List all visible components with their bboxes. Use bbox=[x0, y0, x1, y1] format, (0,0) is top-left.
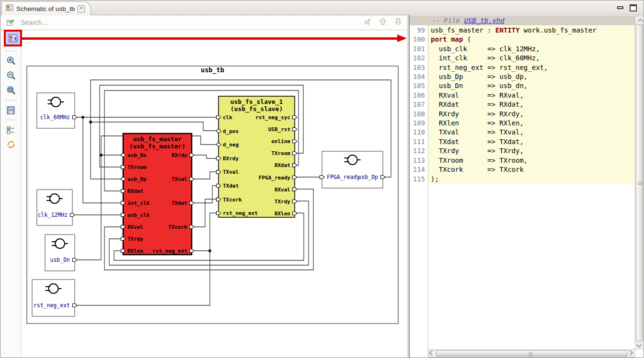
block-usb_fs_master[interactable]: usb_fs_master(usb_fs_master)usb_DnTXroom… bbox=[121, 134, 194, 255]
schematic-label: (usb_fs_slave) bbox=[230, 105, 283, 113]
oscillator-icon bbox=[49, 284, 58, 293]
code-line[interactable]: TXval => TXval, bbox=[428, 128, 635, 137]
horizontal-scroll-thumb[interactable] bbox=[436, 350, 627, 357]
code-line[interactable]: usb_clk => clk_12MHz, bbox=[428, 45, 635, 54]
schematic-tool-rail bbox=[0, 30, 22, 358]
schematic-label: rst_neg_syc bbox=[255, 114, 290, 121]
code-line[interactable]: TXrdy => TXrdy, bbox=[428, 146, 635, 156]
schematic-label: d_pos bbox=[223, 128, 239, 134]
block-rst_neg_ext[interactable]: rst_neg_ext bbox=[32, 280, 77, 316]
line-number: 107 bbox=[410, 100, 425, 109]
vertical-scrollbar[interactable] bbox=[635, 16, 644, 349]
schematic-label: RXdat bbox=[127, 188, 143, 194]
horizontal-scrollbar[interactable] bbox=[428, 349, 635, 358]
schematic-label: usb_Dp bbox=[127, 176, 147, 182]
file-link[interactable]: USB_tb.vhd bbox=[464, 17, 504, 24]
thumb-grip bbox=[529, 352, 532, 356]
tab-bar: Schematic of usb_tb ✕ bbox=[0, 0, 644, 15]
schematic-label: TXroom bbox=[127, 164, 147, 170]
schematic-label: TXrdy bbox=[127, 236, 143, 242]
clear-broom-icon[interactable] bbox=[363, 17, 372, 28]
line-number: 115 bbox=[410, 175, 425, 184]
code-line[interactable]: usb_fs_master : ENTITY work.usb_fs_maste… bbox=[428, 26, 635, 35]
code-line[interactable]: ); bbox=[428, 175, 635, 184]
block-FPGA_ready[interactable]: FPGA_readyusb_Dp bbox=[320, 151, 385, 188]
save-button[interactable] bbox=[4, 104, 18, 116]
schematic-label: TXval bbox=[223, 169, 239, 175]
minimize-view-icon[interactable] bbox=[617, 6, 623, 9]
arrow-up-icon[interactable] bbox=[378, 17, 388, 28]
zoom-out-button[interactable] bbox=[4, 69, 18, 82]
file-comment-prefix: -- File bbox=[432, 17, 464, 24]
schematic-label: RXval bbox=[127, 224, 143, 230]
tab-schematic[interactable]: Schematic of usb_tb ✕ bbox=[1, 1, 91, 15]
tab-close-icon[interactable]: ✕ bbox=[78, 5, 85, 12]
schematic-label: TXval bbox=[172, 176, 187, 182]
code-line[interactable]: int_clk => clk_60MHz, bbox=[428, 54, 635, 63]
schematic-label: TXcork bbox=[168, 224, 187, 230]
schematic-label: online bbox=[271, 138, 290, 145]
schematic-label: d_neg bbox=[223, 142, 239, 148]
wire-junction bbox=[208, 249, 211, 252]
scroll-up-icon[interactable] bbox=[636, 17, 643, 24]
line-number: 106 bbox=[410, 91, 425, 100]
schematic-label: usb_clk bbox=[127, 212, 150, 218]
oscillator-icon bbox=[50, 194, 59, 203]
code-line[interactable]: RXlen => RXlen, bbox=[428, 119, 635, 128]
vertical-scroll-thumb[interactable] bbox=[636, 24, 643, 341]
refresh-sync-button[interactable] bbox=[4, 138, 18, 151]
code-line[interactable]: TXcork => TXcork bbox=[428, 165, 635, 174]
code-line[interactable]: TXroom => TXroom, bbox=[428, 156, 635, 165]
schematic-label: int_clk bbox=[127, 200, 150, 206]
maximize-view-icon[interactable] bbox=[630, 4, 637, 11]
code-line[interactable]: RXdat => RXdat, bbox=[428, 100, 635, 109]
code-editor[interactable]: usb_fs_master : ENTITY work.usb_fs_maste… bbox=[428, 26, 635, 184]
code-line[interactable]: TXdat => TXdat, bbox=[428, 137, 635, 146]
schematic-label: RXrdy bbox=[172, 152, 187, 158]
code-line[interactable]: RXrdy => RXrdy, bbox=[428, 110, 635, 119]
schematic-label: clk_60MHz bbox=[40, 114, 70, 121]
scroll-down-icon[interactable] bbox=[636, 342, 643, 349]
app-window: Schematic of usb_tb ✕ bbox=[0, 0, 644, 358]
block-usb_Dn[interactable]: usb_Dn bbox=[45, 235, 77, 271]
zoom-fit-button[interactable] bbox=[4, 84, 18, 97]
line-number: 110 bbox=[410, 128, 425, 137]
display-options-button[interactable] bbox=[4, 123, 18, 136]
code-line[interactable]: port map ( bbox=[428, 35, 635, 44]
block-clk_60MHz[interactable]: clk_60MHz bbox=[37, 93, 77, 128]
arrow-down-icon[interactable] bbox=[393, 17, 403, 28]
schematic-label: rst_neg_ext bbox=[34, 302, 70, 309]
schematic-label: TXdat bbox=[223, 183, 239, 189]
schematic-label: FPGA_ready bbox=[327, 174, 360, 180]
line-number: 102 bbox=[410, 54, 425, 63]
rail-separator bbox=[5, 51, 17, 51]
detach-view-icon[interactable] bbox=[5, 17, 16, 28]
schematic-label: clk_12MHz bbox=[38, 212, 68, 218]
wire-junction bbox=[100, 154, 103, 157]
schematic-tab-icon bbox=[6, 4, 13, 13]
scroll-right-icon[interactable] bbox=[627, 350, 634, 357]
schematic-label: usb_fs_slave_1 bbox=[230, 98, 283, 106]
code-line[interactable]: RXval => RXval, bbox=[428, 91, 635, 100]
schematic-label: TXroom bbox=[271, 150, 290, 157]
schematic-label: RXrdy bbox=[223, 156, 239, 162]
code-panel: -- File USB_tb.vhd 991001011021031041051… bbox=[409, 15, 644, 358]
wire-junction bbox=[81, 116, 84, 119]
code-line[interactable]: usb_Dn => usb_dn, bbox=[428, 81, 635, 90]
line-number: 112 bbox=[410, 146, 425, 156]
line-number: 109 bbox=[410, 119, 425, 128]
block-clk_12MHz[interactable]: clk_12MHz bbox=[37, 190, 75, 225]
code-line[interactable]: rst_neg_ext => rst_neg_ext, bbox=[428, 63, 635, 72]
code-line[interactable]: usb_Dp => usb_dp, bbox=[428, 72, 635, 81]
block-usb_fs_slave_1[interactable]: usb_fs_slave_1(usb_fs_slave)clkd_posd_ne… bbox=[216, 96, 297, 217]
thumb-grip bbox=[638, 181, 642, 185]
scroll-left-icon[interactable] bbox=[429, 350, 436, 357]
schematic-label: usb_Dn bbox=[127, 152, 147, 158]
zoom-in-button[interactable] bbox=[4, 55, 18, 67]
rail-separator bbox=[5, 100, 17, 101]
schematic-canvas[interactable]: usb_tbclk_60MHzclk_12MHzusb_Dnrst_neg_ex… bbox=[22, 30, 409, 358]
toggle-names-button[interactable]: t bbox=[8, 34, 18, 43]
line-number: 100 bbox=[410, 35, 425, 44]
search-input[interactable] bbox=[20, 18, 363, 27]
line-number: 99 bbox=[410, 26, 425, 35]
